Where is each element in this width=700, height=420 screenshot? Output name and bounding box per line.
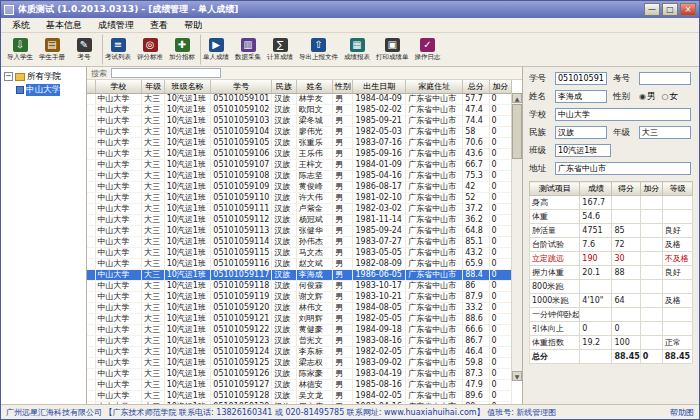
cell[interactable]: 汉族 (272, 368, 296, 379)
column-header[interactable]: 总分 (463, 80, 489, 93)
cell[interactable]: 卢紫金 (296, 203, 333, 214)
cell[interactable]: 大三 (142, 115, 164, 126)
cell[interactable]: 汉族 (272, 148, 296, 159)
cell[interactable]: 大三 (142, 126, 164, 137)
tree-item[interactable]: −所有学院 (1, 70, 86, 83)
cell[interactable]: 男 (333, 269, 353, 280)
menu-item[interactable]: 帮助 (176, 18, 210, 33)
cell[interactable]: 0 (489, 203, 511, 214)
cell[interactable]: 中山大学 (95, 181, 142, 192)
table-row[interactable]: 中山大学大三10汽运1班05101059123汉族曾宪文男1983-08-16广… (87, 335, 512, 346)
cell[interactable]: 0 (489, 313, 511, 324)
cell[interactable]: 陈志坚 (296, 170, 333, 181)
cell[interactable]: 59.8 (463, 357, 489, 368)
cell[interactable]: 0 (489, 225, 511, 236)
cell[interactable]: 中山大学 (95, 93, 142, 104)
cell[interactable]: 10汽运1班 (164, 236, 211, 247)
cell[interactable]: 1982-03-02 (353, 203, 406, 214)
cell[interactable]: 05101059105 (211, 137, 272, 148)
cell[interactable]: 10汽运1班 (164, 335, 211, 346)
cell[interactable]: 0 (489, 291, 511, 302)
cell[interactable]: 57.7 (463, 93, 489, 104)
cell[interactable]: 中山大学 (95, 269, 142, 280)
table-row[interactable]: 中山大学大三10汽运1班05101059108汉族陈志坚男1985-04-16广… (87, 170, 512, 181)
cell[interactable]: 许大伟 (296, 192, 333, 203)
cell[interactable]: 75.3 (463, 170, 489, 181)
table-row[interactable]: 中山大学大三10汽运1班05101059125汉族梁志权男1983-09-02广… (87, 357, 512, 368)
cell[interactable]: 男 (333, 214, 353, 225)
cell[interactable]: 46.4 (463, 346, 489, 357)
cell[interactable]: 中山大学 (95, 324, 142, 335)
scroll-up-icon[interactable]: ▲ (512, 93, 522, 103)
menu-item[interactable]: 成绩管理 (90, 18, 142, 33)
cell[interactable]: 0 (489, 170, 511, 181)
cell[interactable]: 汉族 (272, 379, 296, 390)
cell[interactable]: 0 (489, 280, 511, 291)
cell[interactable]: 杨冠斌 (296, 214, 333, 225)
cell[interactable]: 大三 (142, 346, 164, 357)
class-field[interactable] (555, 144, 611, 157)
cell[interactable]: 汉族 (272, 313, 296, 324)
cell[interactable]: 05101059115 (211, 247, 272, 258)
cell[interactable]: 男 (333, 335, 353, 346)
cell[interactable]: 男 (333, 313, 353, 324)
cell[interactable]: 大三 (142, 181, 164, 192)
cell[interactable]: 86 (463, 280, 489, 291)
cell[interactable]: 42 (463, 181, 489, 192)
cell[interactable]: 男 (333, 203, 353, 214)
column-header[interactable]: 班级名称 (164, 80, 211, 93)
cell[interactable]: 0 (489, 379, 511, 390)
exam-list-button[interactable]: ≡考试列表 (102, 34, 134, 65)
cell[interactable]: 男 (333, 225, 353, 236)
cell[interactable] (87, 192, 95, 203)
cell[interactable] (87, 247, 95, 258)
cell[interactable]: 广东省中山市 (406, 148, 463, 159)
cell[interactable]: 汉族 (272, 170, 296, 181)
cell[interactable] (87, 236, 95, 247)
cell[interactable]: 广东省中山市 (406, 192, 463, 203)
table-row[interactable]: 中山大学大三10汽运1班05101059118汉族何俊霖男1983-10-17广… (87, 280, 512, 291)
table-row[interactable]: 中山大学大三10汽运1班05101059111汉族卢紫金男1982-03-02广… (87, 203, 512, 214)
column-header[interactable]: 家庭住址 (406, 80, 463, 93)
cell[interactable]: 汉族 (272, 93, 296, 104)
cell[interactable]: 男 (333, 280, 353, 291)
cell[interactable]: 广东省中山市 (406, 159, 463, 170)
cell[interactable]: 李东标 (296, 346, 333, 357)
cell[interactable]: 广东省中山市 (406, 137, 463, 148)
cell[interactable]: 中山大学 (95, 137, 142, 148)
cell[interactable]: 05101059101 (211, 93, 272, 104)
cell[interactable]: 43.6 (463, 148, 489, 159)
cell[interactable]: 89.6 (463, 390, 489, 401)
cell[interactable]: 1981-02-10 (353, 192, 406, 203)
cell[interactable]: 中山大学 (95, 357, 142, 368)
cell[interactable]: 广东省中山市 (406, 236, 463, 247)
cell[interactable]: 中山大学 (95, 104, 142, 115)
cell[interactable]: 1983-08-16 (353, 335, 406, 346)
cell[interactable]: 男 (333, 126, 353, 137)
name-field[interactable] (555, 90, 607, 103)
cell[interactable]: 大三 (142, 302, 164, 313)
cell[interactable]: 大三 (142, 159, 164, 170)
expand-icon[interactable]: − (4, 72, 13, 81)
table-row[interactable]: 中山大学大三10汽运1班05101059104汉族廖伟光男1982-05-03广… (87, 126, 512, 137)
cell[interactable] (87, 258, 95, 269)
cell[interactable]: 男 (333, 93, 353, 104)
table-row[interactable]: 中山大学大三10汽运1班05101059103汉族梁冬城男1985-09-21广… (87, 115, 512, 126)
cell[interactable]: 汉族 (272, 137, 296, 148)
cell[interactable]: 汉族 (272, 291, 296, 302)
cell[interactable]: 男 (333, 170, 353, 181)
exam-number-button[interactable]: ✎考号 (68, 34, 100, 65)
table-row[interactable]: 中山大学大三10汽运1班05101059112汉族杨冠斌男1981-11-14广… (87, 214, 512, 225)
cell[interactable]: 中山大学 (95, 379, 142, 390)
table-row[interactable]: 中山大学大三10汽运1班05101059126汉族陈家豪男1983-04-19广… (87, 368, 512, 379)
cell[interactable]: 广东省中山市 (406, 258, 463, 269)
cell[interactable]: 男 (333, 357, 353, 368)
cell[interactable]: 10汽运1班 (164, 258, 211, 269)
cell[interactable]: 中山大学 (95, 236, 142, 247)
menu-item[interactable]: 基本信息 (38, 18, 90, 33)
cell[interactable]: 中山大学 (95, 225, 142, 236)
cell[interactable]: 10汽运1班 (164, 379, 211, 390)
cell[interactable]: 中山大学 (95, 335, 142, 346)
table-row[interactable]: 中山大学大三10汽运1班05101059117汉族李海成男1986-06-05广… (87, 269, 512, 280)
cell[interactable]: 汉族 (272, 192, 296, 203)
